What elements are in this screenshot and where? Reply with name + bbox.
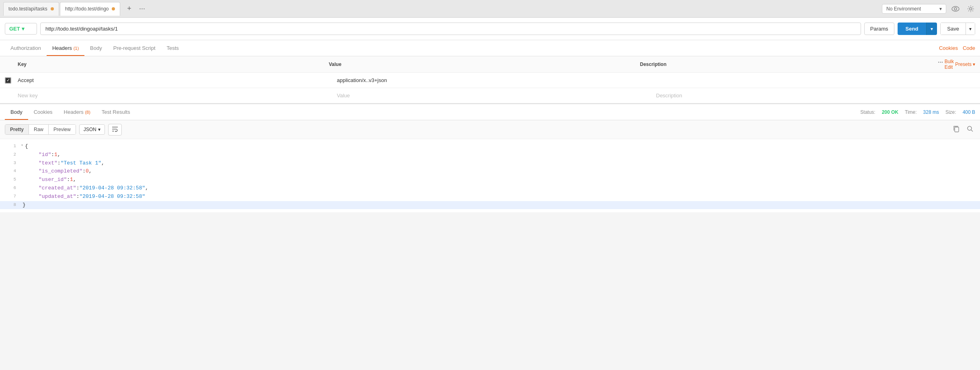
method-label: GET — [9, 26, 20, 32]
header-row-1-key[interactable]: Accept — [18, 77, 337, 83]
tab-bar: todo.test/api/tasks http://todo.test/din… — [0, 0, 980, 18]
line-arrow-1: ▾ — [21, 142, 23, 149]
closing-brace: } — [23, 201, 26, 210]
code-link[interactable]: Code — [963, 45, 975, 51]
send-btn-group: Send ▾ — [898, 23, 937, 35]
save-btn-group: Save ▾ — [940, 23, 975, 35]
code-line-5: 5 "user_id" : 1 , — [0, 176, 980, 184]
opening-brace: { — [25, 142, 28, 151]
new-desc-input[interactable]: Description — [656, 92, 975, 99]
resp-tab-cookies[interactable]: Cookies — [28, 105, 58, 120]
pretty-button[interactable]: Pretty — [5, 125, 29, 134]
tab-prerequest[interactable]: Pre-request Script — [108, 41, 161, 56]
resp-tab-test-results[interactable]: Test Results — [96, 105, 136, 120]
tab-headers[interactable]: Headers (1) — [47, 41, 84, 56]
tab-tests-label: Tests — [167, 45, 179, 51]
response-section: Body Cookies Headers (8) Test Results St… — [0, 103, 980, 212]
env-label: No Environment — [886, 6, 921, 12]
svg-point-0 — [952, 6, 959, 11]
save-button[interactable]: Save — [940, 23, 966, 35]
value-col-header: Value — [329, 62, 640, 67]
request-tabs: Authorization Headers (1) Body Pre-reque… — [0, 40, 980, 56]
header-row-1-value[interactable]: application/x..v3+json — [337, 77, 656, 83]
method-select[interactable]: GET ▾ — [5, 23, 37, 35]
time-value: 328 ms — [923, 109, 939, 115]
presets-label: Presets — [955, 62, 972, 67]
size-label: Size: — [945, 109, 956, 115]
line-num-8: 8 — [5, 201, 16, 209]
wrap-button[interactable] — [108, 124, 122, 136]
search-icon — [966, 125, 974, 132]
settings-icon-button[interactable] — [965, 3, 977, 15]
header-row-1-check[interactable]: ✓ — [5, 77, 18, 84]
value-id: 1 — [54, 151, 57, 159]
new-value-input[interactable]: Value — [337, 92, 656, 99]
raw-button[interactable]: Raw — [29, 125, 49, 134]
response-tabs: Body Cookies Headers (8) Test Results St… — [0, 104, 980, 120]
params-button[interactable]: Params — [864, 23, 894, 35]
tab-actions: + ··· — [123, 3, 148, 14]
copy-button[interactable] — [951, 123, 962, 136]
send-chevron-button[interactable]: ▾ — [926, 23, 937, 35]
resp-tab-headers-badge: (8) — [85, 110, 90, 115]
resp-tab-body-label: Body — [10, 109, 23, 115]
actions-col-header: ··· Bulk Edit Presets ▾ — [951, 59, 975, 70]
checkbox-accept[interactable]: ✓ — [5, 77, 11, 84]
three-dots-icon[interactable]: ··· — [938, 59, 943, 70]
tab-2-label: http://todo.test/dingo — [65, 6, 109, 12]
resp-tab-headers[interactable]: Headers (8) — [58, 105, 96, 120]
line-num-1: 1 — [5, 142, 16, 150]
tab-headers-label: Headers — [52, 45, 72, 51]
value-is-completed: 0 — [86, 167, 89, 176]
resp-tab-headers-label: Headers — [64, 109, 84, 115]
resp-tab-cookies-label: Cookies — [34, 109, 53, 115]
code-line-7: 7 "updated_at" : "2019-04-28 09:32:58" — [0, 193, 980, 201]
svg-point-1 — [954, 8, 957, 10]
env-chevron-icon: ▾ — [939, 6, 942, 12]
json-format-select[interactable]: JSON ▾ — [79, 124, 105, 135]
url-input[interactable] — [40, 23, 861, 35]
tab-body-label: Body — [90, 45, 102, 51]
send-button[interactable]: Send — [898, 23, 927, 35]
code-line-6: 6 "created_at" : "2019-04-28 09:32:58" , — [0, 184, 980, 193]
code-line-8: 8 } — [0, 201, 980, 210]
env-area: No Environment ▾ — [882, 3, 977, 15]
req-tabs-right: Cookies Code — [939, 45, 975, 51]
tab-1-label: todo.test/api/tasks — [8, 6, 47, 12]
copy-icon — [953, 125, 960, 132]
tab-1-dot — [51, 7, 54, 10]
key-id: "id" — [39, 151, 51, 159]
save-chevron-button[interactable]: ▾ — [966, 23, 975, 35]
code-line-4: 4 "is_completed" : 0 , — [0, 167, 980, 176]
status-label: Status: — [860, 109, 875, 115]
eye-icon-button[interactable] — [949, 3, 962, 15]
new-key-input[interactable]: New key — [18, 92, 337, 99]
cookies-link[interactable]: Cookies — [939, 45, 958, 51]
more-tabs-button[interactable]: ··· — [136, 3, 148, 14]
code-area: 1 ▾ { 2 "id" : 1 , 3 "text" : "Test Task… — [0, 139, 980, 212]
json-format-label: JSON — [84, 127, 96, 132]
tab-2[interactable]: http://todo.test/dingo — [60, 2, 121, 16]
add-tab-button[interactable]: + — [123, 3, 135, 14]
line-num-7: 7 — [5, 193, 16, 200]
bulk-edit-button[interactable]: Bulk Edit — [945, 59, 954, 70]
tab-2-dot — [112, 7, 115, 10]
tab-authorization[interactable]: Authorization — [5, 41, 47, 56]
tab-1[interactable]: todo.test/api/tasks — [3, 2, 59, 16]
resp-tab-body[interactable]: Body — [5, 105, 28, 120]
resp-right-buttons — [951, 123, 975, 136]
response-toolbar: Pretty Raw Preview JSON ▾ — [0, 120, 980, 139]
tab-authorization-label: Authorization — [10, 45, 41, 51]
environment-select[interactable]: No Environment ▾ — [882, 4, 946, 14]
headers-section: Key Value Description ··· Bulk Edit Pres… — [0, 56, 980, 103]
tab-headers-badge: (1) — [74, 46, 79, 51]
value-created-at: "2019-04-28 09:32:58" — [79, 184, 145, 193]
eye-icon — [951, 6, 959, 12]
search-button[interactable] — [965, 123, 975, 136]
request-bar: GET ▾ Params Send ▾ Save ▾ — [0, 18, 980, 40]
presets-button[interactable]: Presets ▾ — [955, 59, 975, 70]
svg-rect-3 — [955, 127, 959, 132]
tab-tests[interactable]: Tests — [161, 41, 185, 56]
preview-button[interactable]: Preview — [49, 125, 76, 134]
tab-body[interactable]: Body — [84, 41, 108, 56]
